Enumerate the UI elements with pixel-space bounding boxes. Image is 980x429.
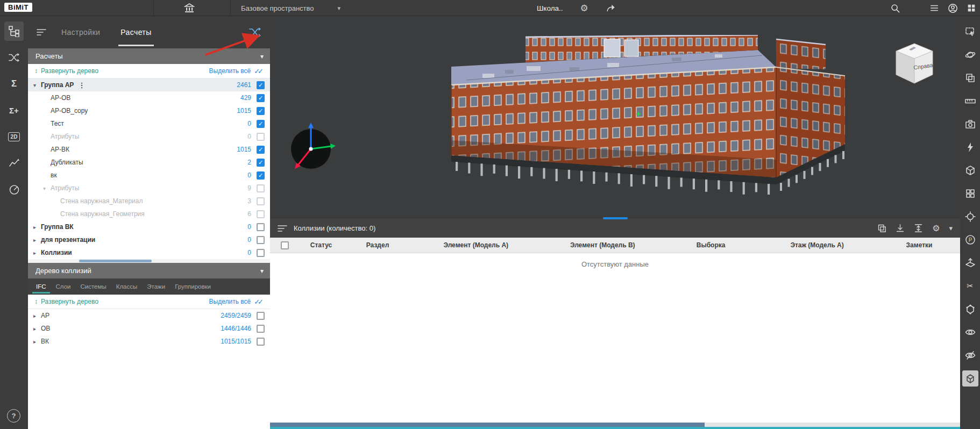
collision-tree-section-header[interactable]: Дерево коллизий ▾ — [28, 263, 270, 278]
caret-down-icon[interactable]: ▾ — [33, 82, 41, 88]
caret-down-icon[interactable]: ▾ — [43, 185, 51, 191]
tree-item-checkbox[interactable] — [257, 223, 265, 231]
building-model[interactable] — [445, 35, 848, 199]
show-eye-icon[interactable] — [962, 324, 978, 340]
tree-item-checkbox[interactable] — [257, 210, 265, 218]
project-structure-button[interactable] — [184, 0, 195, 16]
marker-p-icon[interactable]: P — [962, 232, 978, 248]
caret-right-icon[interactable]: ▸ — [33, 250, 41, 256]
row-menu-icon[interactable]: ⋮ — [78, 81, 85, 89]
tasks-list-icon[interactable] — [929, 3, 939, 13]
caret-right-icon[interactable]: ▸ — [33, 339, 41, 345]
tree-row[interactable]: Дубликаты2✓ — [28, 156, 270, 169]
row-height-icon[interactable] — [914, 224, 923, 233]
table-column-header[interactable]: Выборка — [666, 241, 756, 249]
table-settings-gear-icon[interactable]: ⚙ — [932, 224, 940, 233]
grid-icon[interactable] — [962, 185, 978, 202]
copy-table-icon[interactable] — [877, 224, 886, 233]
collision-tree-tab[interactable]: Классы — [111, 278, 143, 295]
tree-item-checkbox[interactable] — [257, 312, 265, 320]
tree-item-checkbox[interactable] — [257, 236, 265, 244]
sum-report-icon[interactable]: Σ — [4, 74, 24, 94]
tree-item-checkbox[interactable]: ✓ — [257, 81, 265, 89]
tree-row[interactable]: ▸ВК1015/1015 — [28, 335, 270, 348]
tree-item-checkbox[interactable] — [257, 325, 265, 333]
hide-eye-off-icon[interactable] — [962, 347, 978, 363]
tree-row[interactable]: Атрибуты0 — [28, 130, 270, 143]
viewport-3d[interactable]: Справа Коллизии (количество: 0) — [270, 16, 960, 429]
collision-tree-tab[interactable]: Группировки — [170, 278, 216, 295]
workspace-selector[interactable]: Базовое пространство ▾ — [241, 0, 340, 16]
chart-icon[interactable] — [4, 153, 24, 173]
panel-menu-icon[interactable] — [278, 225, 287, 232]
table-column-header[interactable]: Заметки — [878, 241, 960, 249]
section-plane-icon[interactable] — [962, 255, 978, 271]
tree-row[interactable]: вк0✓ — [28, 169, 270, 182]
expand-tree-button[interactable]: ↕ Развернуть дерево — [34, 298, 98, 305]
tree-row[interactable]: АР-ОВ_copy1015✓ — [28, 104, 270, 117]
table-column-header[interactable]: Элемент (Модель A) — [413, 241, 539, 249]
help-icon[interactable]: ? — [7, 409, 20, 423]
select-window-icon[interactable] — [962, 24, 978, 40]
section-collapse-icon[interactable]: ▾ — [260, 53, 264, 60]
lightning-icon[interactable] — [962, 139, 978, 155]
collision-tree-tab[interactable]: Системы — [76, 278, 111, 295]
2d-view-icon[interactable]: 2D — [4, 127, 24, 146]
tree-item-checkbox[interactable]: ✓ — [257, 159, 265, 167]
panel-menu-icon[interactable] — [37, 28, 46, 36]
table-column-header[interactable]: Элемент (Модель B) — [539, 241, 666, 249]
run-collision-check-icon[interactable] — [248, 27, 261, 38]
scrollbar-thumb[interactable] — [79, 260, 152, 262]
orbit-icon[interactable] — [962, 47, 978, 63]
tree-row[interactable]: Стена наружная_Геометрия6 — [28, 208, 270, 220]
sum-add-report-icon[interactable]: Σ+ — [4, 101, 24, 120]
table-column-header[interactable]: Раздел — [343, 241, 413, 249]
tree-item-checkbox[interactable] — [257, 184, 265, 192]
tree-row[interactable]: ▸Группа ВК0 — [28, 220, 270, 233]
caret-right-icon[interactable]: ▸ — [33, 237, 41, 243]
dashboard-gauge-icon[interactable] — [4, 180, 24, 199]
apps-grid-icon[interactable] — [967, 3, 976, 13]
caret-right-icon[interactable]: ▸ — [33, 224, 41, 230]
ruler-icon[interactable] — [962, 93, 978, 109]
collision-tree-tab[interactable]: Этажи — [142, 278, 170, 295]
tree-row[interactable]: Тест0✓ — [28, 117, 270, 130]
tree-row[interactable]: АР-ОВ429✓ — [28, 91, 270, 104]
tree-row[interactable]: ▾Атрибуты9 — [28, 182, 270, 195]
model-points-icon[interactable] — [962, 301, 978, 317]
tree-row[interactable]: ▾Группа АР⋮2461✓ — [28, 78, 270, 91]
tree-item-checkbox[interactable] — [257, 133, 265, 141]
tree-row[interactable]: ▸АР2459/2459 — [28, 309, 270, 322]
search-button[interactable] — [890, 0, 900, 16]
share-icon[interactable] — [606, 3, 616, 13]
tree-row[interactable]: ▸ОВ1446/1446 — [28, 322, 270, 335]
table-horizontal-scrollbar[interactable] — [270, 423, 960, 427]
tree-row[interactable]: ▸Коллизии0 — [28, 246, 270, 259]
collision-check-icon[interactable] — [4, 48, 24, 67]
table-column-header[interactable]: Этаж (Модель A) — [756, 241, 878, 249]
layers-icon[interactable] — [962, 70, 978, 86]
tree-item-checkbox[interactable] — [257, 197, 265, 205]
collapse-panel-icon[interactable]: ▾ — [949, 225, 953, 232]
tree-row[interactable]: Стена наружная_Материал3 — [28, 195, 270, 208]
tree-item-checkbox[interactable] — [257, 338, 265, 346]
cut-scissors-icon[interactable]: ✂ — [962, 278, 978, 294]
expand-tree-button[interactable]: ↕ Развернуть дерево — [34, 67, 98, 75]
screenshot-icon[interactable] — [962, 116, 978, 132]
export-icon[interactable] — [896, 224, 905, 233]
transparent-mode-cube-icon[interactable] — [962, 370, 978, 387]
tree-row[interactable]: ▸для презентации0 — [28, 233, 270, 246]
section-box-icon[interactable] — [962, 162, 978, 178]
calculations-section-header[interactable]: Расчеты ▾ — [28, 48, 270, 64]
collision-tree-tab[interactable]: Слои — [51, 278, 76, 295]
section-collapse-icon[interactable]: ▾ — [260, 267, 264, 275]
tree-item-checkbox[interactable]: ✓ — [257, 146, 265, 154]
select-all-button[interactable]: Выделить всё ✓✓ — [209, 298, 264, 306]
view-cube[interactable]: Справа — [893, 40, 936, 85]
panel-tab[interactable]: Настройки — [61, 16, 100, 48]
axis-gizmo[interactable] — [284, 121, 338, 175]
collision-tree-tab[interactable]: IFC — [31, 278, 51, 295]
table-select-all-checkbox[interactable] — [281, 241, 289, 249]
calculations-tree-scrollbar[interactable] — [28, 259, 270, 263]
panel-tab[interactable]: Расчеты — [120, 16, 151, 48]
